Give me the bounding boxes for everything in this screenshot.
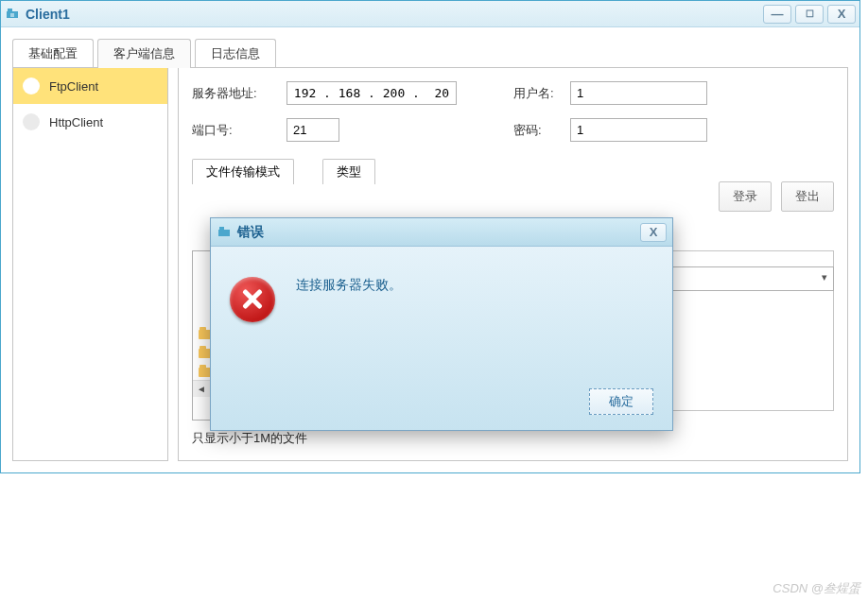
minimize-button[interactable]: —	[763, 5, 791, 24]
dialog-title: 错误	[237, 224, 640, 241]
footer-note: 只显示小于1M的文件	[192, 430, 834, 447]
app-icon	[5, 7, 20, 22]
client-sidebar: FtpClient HttpClient	[12, 67, 168, 461]
sidebar-item-label: FtpClient	[49, 79, 98, 94]
subtab-type[interactable]: 类型	[322, 159, 375, 184]
tab-basic-config[interactable]: 基础配置	[12, 39, 94, 68]
tab-client-info[interactable]: 客户端信息	[97, 39, 191, 68]
watermark: CSDN @叁煋蛋	[773, 580, 860, 597]
dialog-close-button[interactable]: X	[640, 223, 667, 242]
status-dot-icon	[23, 77, 40, 94]
status-dot-icon	[23, 113, 40, 130]
login-button[interactable]: 登录	[719, 181, 772, 212]
sidebar-item-label: HttpClient	[49, 115, 103, 129]
subtab-transfer-mode[interactable]: 文件传输模式	[192, 159, 294, 184]
titlebar[interactable]: Client1 — ☐ X	[1, 1, 859, 27]
tab-log-info[interactable]: 日志信息	[195, 39, 276, 68]
dialog-ok-button[interactable]: 确定	[589, 388, 653, 415]
close-button[interactable]: X	[827, 5, 856, 24]
main-tabs: 基础配置 客户端信息 日志信息	[12, 39, 848, 68]
server-address-label: 服务器地址:	[192, 85, 286, 102]
error-dialog: 错误 X 连接服务器失败。 确定	[210, 217, 673, 431]
svg-rect-2	[218, 230, 230, 236]
svg-rect-3	[219, 227, 224, 231]
password-input[interactable]	[570, 118, 707, 142]
scroll-left-icon[interactable]: ◄	[193, 384, 210, 394]
sidebar-item-httpclient[interactable]: HttpClient	[13, 104, 167, 140]
maximize-button[interactable]: ☐	[795, 5, 824, 24]
logout-button[interactable]: 登出	[781, 181, 834, 212]
window-title: Client1	[26, 7, 759, 22]
password-label: 密码:	[513, 122, 570, 139]
sidebar-item-ftpclient[interactable]: FtpClient	[13, 68, 167, 104]
server-address-input[interactable]	[286, 81, 457, 105]
dialog-app-icon	[217, 225, 232, 240]
dialog-message: 连接服务器失败。	[296, 277, 402, 294]
chevron-down-icon: ▾	[822, 271, 827, 283]
svg-rect-1	[8, 9, 12, 12]
port-input[interactable]	[286, 118, 339, 142]
username-input[interactable]	[570, 81, 707, 105]
error-icon	[230, 277, 275, 322]
username-label: 用户名:	[513, 85, 570, 102]
dialog-titlebar[interactable]: 错误 X	[211, 218, 672, 247]
port-label: 端口号:	[192, 122, 286, 139]
